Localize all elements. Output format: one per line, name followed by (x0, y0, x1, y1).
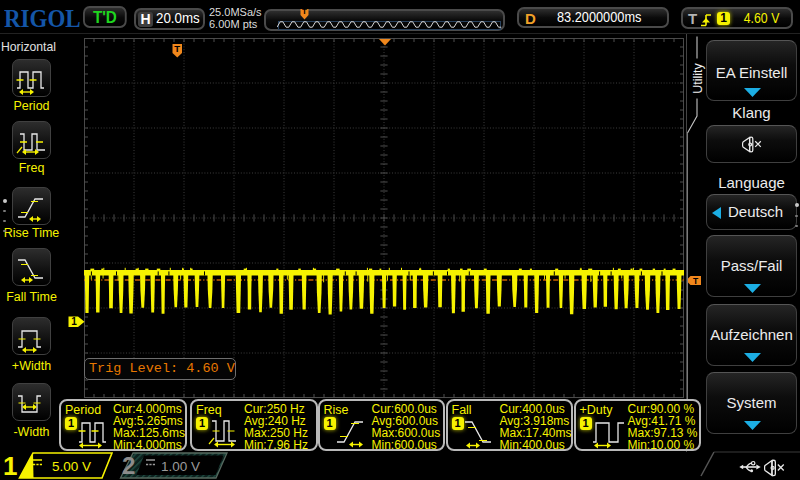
svg-text:5.00 V: 5.00 V (52, 459, 91, 474)
svg-text:2: 2 (122, 452, 135, 479)
svg-text:T: T (174, 44, 180, 54)
svg-text:T: T (302, 9, 307, 16)
svg-text:1: 1 (71, 316, 77, 327)
svg-text:1.00 V: 1.00 V (161, 459, 200, 474)
